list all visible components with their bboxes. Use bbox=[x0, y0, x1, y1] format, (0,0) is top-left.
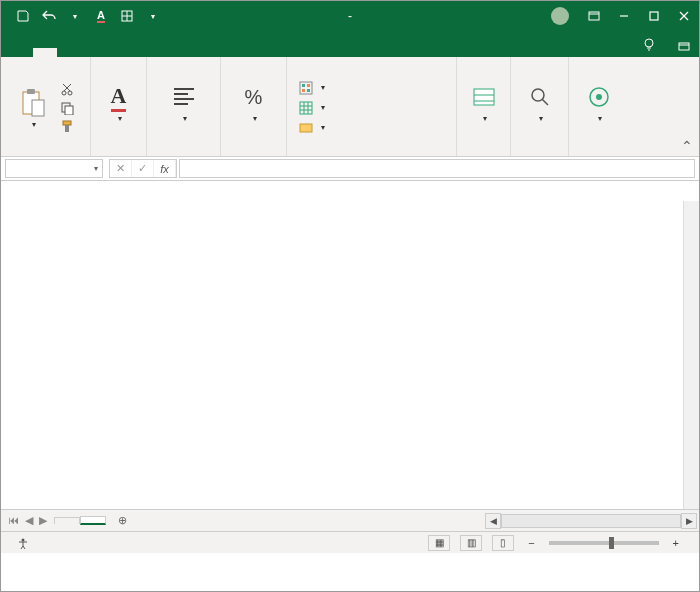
svg-rect-31 bbox=[307, 84, 310, 87]
minimize-button[interactable] bbox=[609, 1, 639, 31]
format-as-table-button[interactable]: ▾ bbox=[295, 100, 329, 116]
cell-styles-button[interactable]: ▾ bbox=[295, 120, 329, 136]
ribbon-display-options[interactable] bbox=[579, 1, 609, 31]
window-title: - bbox=[344, 9, 356, 23]
enter-formula-button[interactable]: ✓ bbox=[132, 160, 154, 177]
brush-icon bbox=[60, 119, 74, 133]
svg-rect-22 bbox=[65, 106, 73, 115]
font-dropdown[interactable]: A ▾ bbox=[99, 79, 139, 125]
tab-review[interactable] bbox=[153, 48, 177, 57]
tab-data[interactable] bbox=[129, 48, 153, 57]
tab-formulas[interactable] bbox=[105, 48, 129, 57]
scissors-icon bbox=[60, 83, 74, 97]
paste-icon bbox=[19, 87, 47, 119]
new-group-dropdown[interactable]: ▾ bbox=[579, 79, 619, 126]
share-button[interactable] bbox=[669, 35, 699, 57]
styles-group-label bbox=[291, 154, 452, 156]
cut-button[interactable] bbox=[56, 82, 78, 98]
copy-button[interactable] bbox=[56, 100, 78, 116]
svg-line-44 bbox=[542, 99, 548, 105]
cells-dropdown[interactable]: ▾ bbox=[464, 79, 504, 125]
view-page-break[interactable]: ▯ bbox=[492, 535, 514, 551]
svg-point-9 bbox=[645, 39, 653, 47]
sheet-tab-2[interactable] bbox=[80, 516, 106, 525]
sheet-nav-first[interactable]: ⏮ bbox=[5, 514, 22, 527]
tab-home[interactable] bbox=[33, 48, 57, 57]
svg-rect-24 bbox=[65, 125, 69, 132]
hscroll-right[interactable]: ▶ bbox=[681, 513, 697, 529]
clipboard-group-label bbox=[5, 154, 86, 156]
tell-me[interactable] bbox=[633, 33, 669, 57]
view-page-layout[interactable]: ▥ bbox=[460, 535, 482, 551]
svg-point-18 bbox=[68, 91, 72, 95]
avatar[interactable] bbox=[551, 7, 569, 25]
svg-rect-15 bbox=[27, 89, 35, 94]
redo-dropdown-icon[interactable]: ▾ bbox=[65, 6, 85, 26]
collapse-ribbon-icon[interactable]: ⌃ bbox=[681, 138, 693, 154]
accessibility-icon bbox=[17, 537, 29, 549]
new-group-icon bbox=[585, 81, 613, 113]
svg-point-46 bbox=[596, 94, 602, 100]
alignment-dropdown[interactable]: ▾ bbox=[164, 79, 204, 125]
cell-styles-icon bbox=[299, 121, 313, 135]
status-accessibility[interactable] bbox=[17, 537, 33, 549]
conditional-formatting-button[interactable]: ▾ bbox=[295, 80, 329, 96]
bulb-icon bbox=[643, 38, 655, 52]
zoom-in[interactable]: + bbox=[669, 537, 683, 549]
table-icon bbox=[299, 101, 313, 115]
qat-customize[interactable]: ▾ bbox=[143, 6, 163, 26]
cancel-formula-button[interactable]: ✕ bbox=[110, 160, 132, 177]
svg-rect-32 bbox=[302, 89, 305, 92]
add-sheet-button[interactable]: ⊕ bbox=[112, 511, 132, 531]
alignment-icon bbox=[170, 81, 198, 113]
cond-format-icon bbox=[299, 81, 313, 95]
tab-help[interactable] bbox=[201, 48, 225, 57]
cells-icon bbox=[470, 81, 498, 113]
svg-rect-23 bbox=[63, 121, 71, 125]
editing-dropdown[interactable]: ▾ bbox=[520, 79, 560, 125]
hscroll-left[interactable]: ◀ bbox=[485, 513, 501, 529]
chevron-down-icon: ▾ bbox=[94, 164, 98, 173]
svg-rect-29 bbox=[300, 82, 312, 94]
tab-file[interactable] bbox=[9, 48, 33, 57]
svg-rect-16 bbox=[32, 100, 44, 116]
fx-button[interactable]: fx bbox=[154, 160, 176, 177]
svg-rect-40 bbox=[474, 89, 494, 105]
svg-rect-3 bbox=[589, 12, 599, 20]
svg-point-17 bbox=[62, 91, 66, 95]
svg-rect-6 bbox=[650, 12, 658, 20]
view-normal[interactable]: ▦ bbox=[428, 535, 450, 551]
number-dropdown[interactable]: % ▾ bbox=[234, 79, 274, 125]
horizontal-scrollbar[interactable] bbox=[501, 514, 681, 528]
maximize-button[interactable] bbox=[639, 1, 669, 31]
sheet-nav-next[interactable]: ▶ bbox=[36, 514, 50, 527]
svg-rect-30 bbox=[302, 84, 305, 87]
formula-bar-input[interactable] bbox=[179, 159, 695, 178]
qat-font-color[interactable]: A bbox=[91, 6, 111, 26]
percent-icon: % bbox=[240, 81, 268, 113]
zoom-slider[interactable] bbox=[549, 541, 659, 545]
close-button[interactable] bbox=[669, 1, 699, 31]
find-icon bbox=[526, 81, 554, 113]
autosave-toggle[interactable] bbox=[13, 6, 33, 26]
tab-page-layout[interactable] bbox=[81, 48, 105, 57]
format-painter-button[interactable] bbox=[56, 118, 78, 134]
svg-point-47 bbox=[22, 538, 25, 541]
sheet-tab-1[interactable] bbox=[54, 517, 80, 524]
vertical-scrollbar[interactable] bbox=[683, 201, 699, 509]
tab-view[interactable] bbox=[177, 48, 201, 57]
zoom-out[interactable]: − bbox=[524, 537, 538, 549]
paste-button[interactable]: ▾ bbox=[13, 85, 53, 131]
font-icon: A bbox=[105, 81, 133, 113]
tab-insert[interactable] bbox=[57, 48, 81, 57]
sheet-nav-prev[interactable]: ◀ bbox=[22, 514, 36, 527]
svg-rect-34 bbox=[300, 102, 312, 114]
qat-borders[interactable] bbox=[117, 6, 137, 26]
svg-rect-12 bbox=[679, 43, 689, 50]
undo-button[interactable] bbox=[39, 6, 59, 26]
svg-line-19 bbox=[64, 84, 71, 91]
name-box[interactable]: ▾ bbox=[5, 159, 103, 178]
svg-rect-39 bbox=[300, 124, 312, 132]
svg-rect-33 bbox=[307, 89, 310, 92]
copy-icon bbox=[60, 101, 74, 115]
